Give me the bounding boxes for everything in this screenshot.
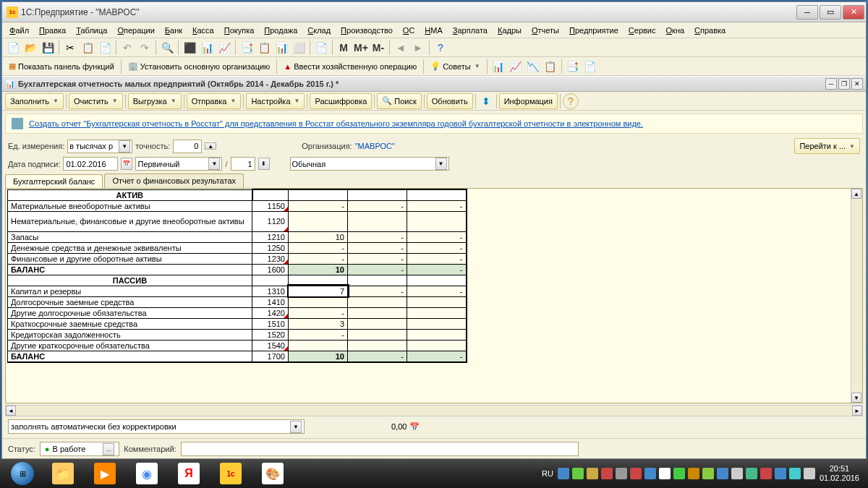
kind-select[interactable]: Обычная▼ (290, 157, 449, 171)
task-chrome[interactable]: ◉ (127, 461, 167, 487)
info-button[interactable]: Информация (499, 93, 558, 109)
tb-mminus[interactable]: M- (370, 40, 386, 56)
tb-mplus[interactable]: M+ (353, 40, 369, 56)
menu-cash[interactable]: Касса (188, 25, 218, 36)
cut-icon[interactable]: ✂ (62, 40, 78, 56)
date-input[interactable] (63, 157, 118, 171)
maximize-button[interactable]: ▭ (820, 5, 841, 20)
menu-nma[interactable]: НМА (420, 25, 446, 36)
menu-salary[interactable]: Зарплата (448, 25, 492, 36)
balance-aktiv-row[interactable]: БАЛАНС (8, 264, 252, 275)
menu-windows[interactable]: Окна (662, 25, 689, 36)
tray-icon[interactable] (746, 468, 757, 479)
type-num-spin[interactable]: ⬍ (258, 158, 270, 170)
tray-icon[interactable] (731, 468, 743, 479)
tray-icon[interactable] (630, 468, 642, 479)
tb-icon-7[interactable]: ⬜ (291, 40, 307, 56)
show-panel-button[interactable]: ▦Показать панель функций (5, 59, 118, 74)
scroll-right-icon[interactable]: ► (852, 406, 862, 416)
tray-icon[interactable] (717, 468, 728, 479)
minimize-button[interactable]: ─ (796, 5, 818, 20)
task-1c[interactable]: 1c (210, 461, 251, 487)
menu-enterprise[interactable]: Предприятие (565, 25, 623, 36)
menu-edit[interactable]: Правка (35, 25, 70, 36)
tray-icon[interactable] (616, 468, 627, 479)
task-media[interactable]: ▶ (85, 461, 125, 487)
clear-button[interactable]: Очистить▼ (69, 93, 123, 109)
type-select[interactable]: Первичный▼ (135, 157, 222, 171)
date-picker-button[interactable]: 📅 (121, 158, 132, 170)
menu-purchase[interactable]: Покупка (220, 25, 259, 36)
tab-balance[interactable]: Бухгалтерский баланс (5, 174, 103, 189)
tb2-icon-6[interactable]: 📄 (582, 59, 598, 74)
tray-icon[interactable] (688, 468, 699, 479)
tray-icon[interactable] (775, 468, 786, 479)
menu-operations[interactable]: Операции (113, 25, 158, 36)
tb2-icon-2[interactable]: 📈 (508, 59, 524, 74)
new-icon[interactable]: 📄 (5, 40, 21, 56)
start-button[interactable]: ⊞ (3, 461, 42, 487)
table-row[interactable]: Финансовые и другие оборотные активы (8, 253, 252, 264)
undo-icon[interactable]: ↶ (119, 40, 135, 56)
table-row[interactable]: Другие долгосрочные обязательства (8, 307, 252, 318)
tb-icon-4[interactable]: 📑 (239, 40, 255, 56)
menu-warehouse[interactable]: Склад (303, 25, 335, 36)
scroll-up-icon[interactable]: ▲ (851, 189, 861, 199)
tb-icon-5[interactable]: 📋 (256, 40, 272, 56)
paste-icon[interactable]: 📄 (97, 40, 113, 56)
export-button[interactable]: Выгрузка▼ (128, 93, 182, 109)
menu-file[interactable]: Файл (5, 25, 33, 36)
tray-icon[interactable] (601, 468, 613, 479)
scroll-down-icon[interactable]: ▼ (851, 393, 861, 403)
tips-button[interactable]: 💡Советы▼ (427, 59, 483, 74)
save-icon[interactable]: 💾 (40, 40, 56, 56)
tb-icon-3[interactable]: 📈 (216, 40, 232, 56)
copy-icon[interactable]: 📋 (80, 40, 95, 56)
tray-icon[interactable] (644, 468, 656, 479)
goto-button[interactable]: Перейти к ...▼ (794, 138, 860, 154)
menu-production[interactable]: Производство (336, 25, 397, 36)
rosstat-link[interactable]: Создать отчет "Бухгалтерская отчетность … (29, 119, 643, 128)
tray-icon[interactable] (659, 468, 671, 479)
tray-icon[interactable] (587, 468, 598, 479)
decode-button[interactable]: Расшифровка (310, 93, 372, 109)
scroll-left-icon[interactable]: ◄ (6, 406, 16, 416)
tray-icon[interactable] (804, 468, 815, 479)
tb2-icon-4[interactable]: 📋 (542, 59, 558, 74)
find-icon[interactable]: 🔍 (159, 40, 175, 56)
tb2-icon-5[interactable]: 📑 (565, 59, 581, 74)
tb-icon-1[interactable]: ⬛ (182, 40, 197, 56)
tab-finresults[interactable]: Отчет о финансовых результатах (104, 174, 244, 188)
menu-reports[interactable]: Отчеты (527, 25, 563, 36)
horizontal-scrollbar[interactable]: ◄ ► (5, 405, 863, 416)
table-row[interactable]: Кредиторская задолженность (8, 329, 252, 340)
menu-bank[interactable]: Банк (161, 25, 187, 36)
table-row[interactable]: Краткосрочные заемные средства (8, 318, 252, 329)
table-row[interactable]: Капитал и резервы (8, 286, 252, 296)
menu-help[interactable]: Справка (690, 25, 730, 36)
tray-icon[interactable] (702, 468, 714, 479)
search-button[interactable]: 🔍Поиск (377, 93, 421, 109)
settings-button[interactable]: Настройка▼ (246, 93, 305, 109)
tb-icon-2[interactable]: 📊 (199, 40, 215, 56)
comment-input[interactable] (181, 442, 579, 456)
close-button[interactable]: ✕ (843, 5, 864, 20)
table-row[interactable]: Материальные внеоборотные активы (8, 200, 252, 211)
type-num-input[interactable] (231, 157, 255, 171)
redo-icon[interactable]: ↷ (137, 40, 153, 56)
table-row[interactable]: Другие краткосрочные обязательства (8, 340, 252, 351)
doc-close-button[interactable]: ✕ (851, 78, 863, 90)
refresh-button[interactable]: Обновить (427, 93, 473, 109)
lang-indicator[interactable]: RU (542, 469, 553, 478)
table-row[interactable]: Денежные средства и денежные эквиваленты (8, 242, 252, 253)
structure-icon[interactable]: ⬍ (478, 93, 494, 109)
table-row[interactable]: Долгосрочные заемные средства (8, 296, 252, 307)
menu-service[interactable]: Сервис (624, 25, 660, 36)
open-icon[interactable]: 📂 (22, 40, 38, 56)
menu-os[interactable]: ОС (399, 25, 420, 36)
precision-up[interactable]: ▲ (205, 142, 216, 150)
task-explorer[interactable]: 📁 (43, 461, 83, 487)
clock[interactable]: 20:51 01.02.2016 (820, 464, 859, 483)
tray-icon[interactable] (558, 468, 569, 479)
tb-back-icon[interactable]: ◄ (393, 40, 409, 56)
